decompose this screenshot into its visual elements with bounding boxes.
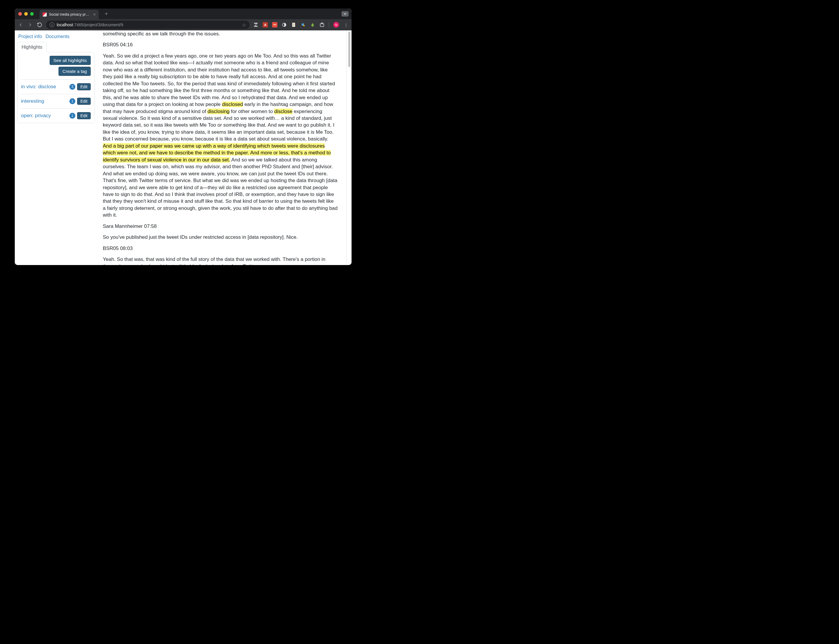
extension-darkreader-icon[interactable] <box>282 22 287 28</box>
tag-row: interesting 1 Edit <box>21 94 91 108</box>
scrollbar[interactable] <box>348 31 351 264</box>
address-bar[interactable]: i localhost:7465/project/3/document/9 ☆ <box>46 21 250 29</box>
paragraph: something specific as we talk through th… <box>103 30 338 37</box>
tag-row: in vivo: disclose 3 Edit <box>21 79 91 94</box>
panel-actions: See all highlights Create a tag <box>21 56 91 76</box>
profile-avatar[interactable]: N <box>333 22 339 28</box>
edit-tag-button[interactable]: Edit <box>77 83 91 90</box>
highlight[interactable]: disclosing <box>208 108 229 114</box>
extension-mendeley-icon[interactable] <box>272 22 277 28</box>
svg-point-1 <box>274 25 274 25</box>
tag-link-interesting[interactable]: interesting <box>21 98 44 104</box>
page-content: Project info Documents Highlights See al… <box>15 30 351 265</box>
svg-point-10 <box>303 25 305 26</box>
back-button[interactable] <box>18 22 24 28</box>
paragraph: Yeah. So that was, that was kind of the … <box>103 256 338 265</box>
paragraph: Yeah. So we did a project a few years ag… <box>103 53 338 219</box>
new-tab-button[interactable]: + <box>102 11 110 17</box>
svg-rect-7 <box>293 25 295 25</box>
paragraph: So you've published just the tweet IDs u… <box>103 234 338 240</box>
bookmark-star-icon[interactable]: ☆ <box>242 22 246 28</box>
see-all-highlights-button[interactable]: See all highlights <box>49 56 91 65</box>
extensions-menu-icon[interactable] <box>319 22 325 28</box>
browser-tab[interactable]: Social media privacy project p × <box>40 10 99 19</box>
tag-count-badge: 1 <box>69 113 75 119</box>
edit-tag-button[interactable]: Edit <box>77 112 91 119</box>
svg-rect-12 <box>321 23 323 24</box>
window-dropdown-button[interactable] <box>341 11 349 16</box>
window-minimize-button[interactable] <box>24 12 28 16</box>
browser-menu-icon[interactable]: ⋮ <box>343 22 349 28</box>
extension-drop-icon[interactable] <box>310 22 315 28</box>
extension-icons: A N ⋮ <box>253 22 349 28</box>
sidebar-nav: Project info Documents <box>17 33 94 42</box>
svg-point-2 <box>275 25 276 25</box>
speaker-timestamp: Sara Mannheimer 07:58 <box>103 223 338 230</box>
highlight[interactable]: disclose <box>274 108 292 114</box>
tab-bar: Social media privacy project p × + <box>15 8 351 19</box>
svg-rect-8 <box>293 25 294 26</box>
speaker-timestamp: BSR05 08:03 <box>103 245 338 252</box>
scrollbar-thumb[interactable] <box>348 31 350 67</box>
extension-search-icon[interactable] <box>300 22 306 28</box>
svg-point-3 <box>274 24 275 25</box>
create-tag-button[interactable]: Create a tag <box>58 67 91 76</box>
tab-highlights[interactable]: Highlights <box>17 42 47 52</box>
extension-doc-icon[interactable] <box>291 22 296 28</box>
nav-documents[interactable]: Documents <box>46 34 69 39</box>
window-close-button[interactable] <box>18 12 22 16</box>
tag-link-invivo-disclose[interactable]: in vivo: disclose <box>21 84 56 90</box>
highlight[interactable]: disclosed <box>222 102 243 107</box>
traffic-lights <box>18 12 34 16</box>
highlights-panel: See all highlights Create a tag in vivo:… <box>17 52 94 123</box>
browser-window: Social media privacy project p × + i loc… <box>15 8 351 265</box>
tag-row: open: privacy 1 Edit <box>21 108 91 119</box>
edit-tag-button[interactable]: Edit <box>77 98 91 105</box>
tab-close-icon[interactable]: × <box>93 12 96 17</box>
toolbar-separator <box>329 22 329 28</box>
site-info-icon[interactable]: i <box>49 23 54 27</box>
forward-button[interactable] <box>27 22 33 28</box>
window-maximize-button[interactable] <box>30 12 34 16</box>
toolbar: i localhost:7465/project/3/document/9 ☆ … <box>15 19 351 30</box>
extension-zotero-icon[interactable] <box>253 22 259 28</box>
extension-adobe-icon[interactable]: A <box>263 22 268 28</box>
sidebar: Project info Documents Highlights See al… <box>15 30 94 265</box>
tab-title: Social media privacy project p <box>49 12 91 16</box>
tag-count-badge: 3 <box>69 84 75 90</box>
nav-project-info[interactable]: Project info <box>18 34 42 39</box>
tag-count-badge: 1 <box>69 98 75 104</box>
speaker-timestamp: BSR05 04:16 <box>103 41 338 48</box>
tag-link-open-privacy[interactable]: open: privacy <box>21 113 51 119</box>
url-text: localhost:7465/project/3/document/9 <box>57 23 123 27</box>
reload-button[interactable] <box>36 22 43 28</box>
favicon-icon <box>43 12 47 16</box>
document-body: something specific as we talk through th… <box>94 30 347 265</box>
